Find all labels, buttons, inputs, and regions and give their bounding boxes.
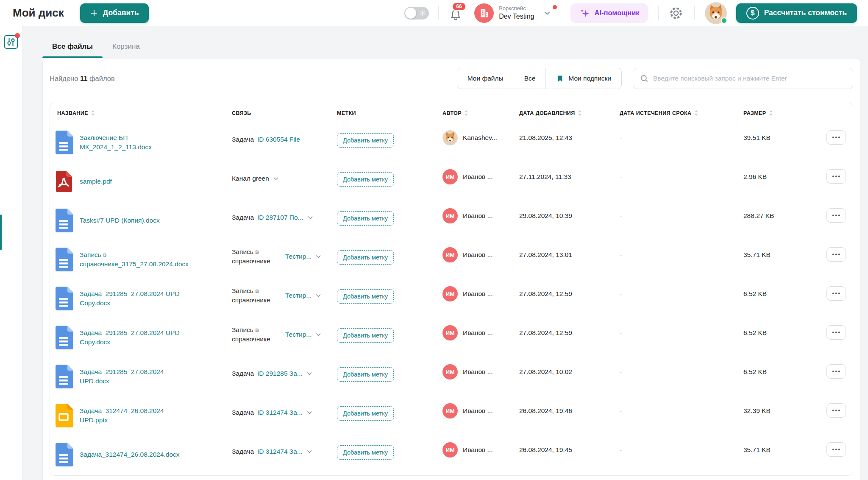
sort-arrows-icon[interactable] [578, 110, 581, 116]
add-tag-button[interactable]: Добавить метку [337, 328, 394, 343]
user-avatar[interactable] [705, 2, 727, 24]
row-menu-button[interactable] [826, 169, 846, 184]
relation-link[interactable]: Тестир... [285, 331, 312, 338]
calculate-cost-button[interactable]: $ Рассчитать стоимость [736, 3, 857, 23]
author-avatar: ИМ [442, 208, 458, 223]
file-size: 35.71 KB [743, 436, 824, 454]
column-header-4[interactable]: АВТОР [442, 110, 519, 116]
row-menu-button[interactable] [826, 325, 846, 340]
file-name-link[interactable]: Задача_291285_27.08.2024 UPD.docx [80, 367, 188, 386]
add-tag-button[interactable]: Добавить метку [337, 211, 394, 226]
add-tag-button[interactable]: Добавить метку [337, 289, 394, 304]
row-menu-button[interactable] [826, 247, 846, 262]
column-header-5[interactable]: ДАТА ДОБАВЛЕНИЯ [519, 110, 620, 116]
sort-arrows-icon[interactable] [91, 110, 95, 116]
file-name-link[interactable]: Задача_291285_27.08.2024 UPD Copy.docx [80, 328, 188, 347]
actions-cell [826, 124, 853, 145]
row-menu-button[interactable] [826, 442, 846, 457]
workspace-avatar [474, 3, 494, 23]
expiry-date: - [620, 358, 743, 376]
file-name-link[interactable]: Запись в справочнике_3175_27.08.2024.doc… [80, 250, 188, 269]
row-menu-button[interactable] [826, 130, 846, 145]
workspace-selector[interactable]: Воркспейс Dev Testing [474, 3, 551, 23]
workspace-chevron[interactable] [543, 9, 551, 17]
add-tag-button[interactable]: Добавить метку [337, 250, 394, 265]
sidebar-accent-bar [0, 215, 2, 250]
file-name-link[interactable]: Tasks#7 UPD (Копия).docx [80, 216, 160, 225]
docx-file-icon [54, 365, 73, 388]
relation-link[interactable]: ID 312474 За... [257, 409, 303, 416]
search-input[interactable] [653, 75, 846, 82]
add-tag-button[interactable]: Добавить метку [337, 133, 394, 148]
file-type-icon [54, 209, 73, 232]
chevron-down-icon[interactable] [273, 175, 279, 182]
filter-all[interactable]: Все [514, 68, 546, 89]
add-tag-button[interactable]: Добавить метку [337, 172, 394, 187]
column-header-2: СВЯЗЬ [232, 110, 337, 116]
column-label: ДАТА ДОБАВЛЕНИЯ [519, 110, 575, 116]
ai-assistant-button[interactable]: AI-помощник [570, 3, 648, 23]
add-tag-button[interactable]: Добавить метку [337, 406, 394, 421]
docx-file-icon [54, 209, 73, 232]
tab-all-files[interactable]: Все файлы [42, 36, 103, 58]
sort-arrows-icon[interactable] [465, 110, 468, 116]
column-header-6[interactable]: ДАТА ИСТЕЧЕНИЯ СРОКА [620, 110, 743, 116]
app-header: Мой диск Добавить 66 Воркспейс Dev Testi… [0, 0, 868, 26]
column-header-7[interactable]: РАЗМЕР [743, 110, 824, 116]
date-added: 27.08.2024, 12:59 [519, 319, 620, 337]
relation-label: Задача [232, 447, 254, 456]
sort-arrows-icon[interactable] [695, 110, 698, 116]
chevron-down-icon[interactable] [315, 253, 322, 260]
column-header-1[interactable]: НАЗВАНИЕ [50, 110, 232, 116]
date-added: 29.08.2024, 10:39 [519, 202, 620, 220]
relation-link[interactable]: ID 291285 За... [257, 370, 303, 377]
relation-link[interactable]: ID 287107 По... [257, 214, 303, 221]
filters-button[interactable] [4, 35, 18, 49]
row-menu-button[interactable] [826, 286, 846, 301]
chevron-down-icon[interactable] [307, 214, 314, 221]
file-name-link[interactable]: Задача_291285_27.08.2024 UPD Copy.docx [80, 289, 188, 308]
sort-arrows-icon[interactable] [769, 110, 773, 116]
notifications-button[interactable]: 66 [448, 6, 463, 21]
table-header: НАЗВАНИЕСВЯЗЬМЕТКИАВТОРДАТА ДОБАВЛЕНИЯДА… [50, 102, 853, 124]
author-cell: ИМ Иванов ... [442, 241, 519, 262]
tab-trash[interactable]: Корзина [103, 36, 150, 58]
header-divider [658, 6, 659, 20]
relation-link[interactable]: Тестир... [285, 292, 312, 299]
author-name: Иванов ... [463, 173, 492, 181]
relation-label: Задача [232, 408, 254, 417]
add-tag-button[interactable]: Добавить метку [337, 367, 394, 382]
theme-toggle[interactable] [404, 7, 429, 20]
filter-my-subscriptions[interactable]: Мои подписки [545, 68, 621, 89]
chevron-down-icon[interactable] [306, 409, 313, 416]
row-menu-button[interactable] [826, 364, 846, 379]
file-size: 39.51 KB [743, 124, 824, 142]
chevron-down-icon[interactable] [306, 448, 313, 455]
file-name-link[interactable]: Задача_312474_26.08.2024 UPD.pptx [80, 406, 188, 425]
relation-link[interactable]: ID 312474 За... [257, 448, 303, 455]
file-name-link[interactable]: sample.pdf [80, 177, 112, 186]
add-tag-button[interactable]: Добавить метку [337, 445, 394, 460]
file-name-link[interactable]: Заключение БП МК_2024_1_2_113.docx [80, 133, 188, 152]
add-button[interactable]: Добавить [80, 3, 149, 23]
relation-link[interactable]: Тестир... [285, 253, 312, 260]
file-name-link[interactable]: Задача_312474_26.08.2024.docx [80, 450, 180, 459]
author-name: Kanashev... [463, 134, 497, 142]
filter-my-files[interactable]: Мои файлы [457, 68, 514, 89]
actions-cell [826, 202, 853, 223]
file-size: 6.52 KB [743, 280, 824, 298]
author-cell: ИМ Иванов ... [442, 202, 519, 223]
relation-link[interactable]: ID 630554 File [257, 136, 300, 143]
search-box [633, 68, 853, 89]
row-menu-button[interactable] [826, 208, 846, 223]
chevron-down-icon[interactable] [315, 331, 322, 338]
chevron-down-icon[interactable] [306, 370, 313, 377]
row-menu-button[interactable] [826, 403, 846, 418]
tab-bar: Все файлы Корзина [22, 26, 868, 58]
pptx-file-icon [54, 404, 73, 427]
page-title: Мой диск [13, 6, 64, 20]
settings-button[interactable] [669, 6, 684, 21]
author-cell: ИМ Иванов ... [442, 280, 519, 301]
file-size: 2.96 KB [743, 163, 824, 181]
chevron-down-icon[interactable] [315, 292, 322, 299]
